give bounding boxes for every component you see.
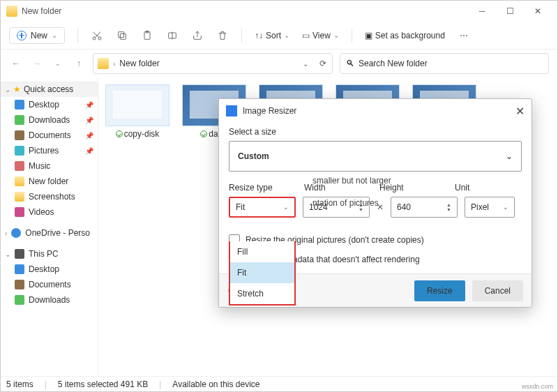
close-button[interactable]: ✕: [524, 1, 552, 22]
back-button[interactable]: ←: [9, 59, 23, 68]
sidebar-pc-desktop[interactable]: Desktop: [1, 262, 98, 277]
titlebar: New folder ─ ☐ ✕: [1, 1, 557, 22]
status-availability: Available on this device: [172, 379, 259, 389]
recent-button[interactable]: ⌄: [51, 60, 65, 67]
new-label: New: [31, 31, 47, 40]
pin-icon: 📌: [85, 132, 93, 140]
sidebar-item-screenshots[interactable]: Screenshots: [1, 189, 98, 204]
pin-icon: 📌: [85, 101, 93, 109]
status-check-icon: [200, 130, 207, 137]
resize-button[interactable]: Resize: [414, 280, 465, 301]
status-check-icon: [116, 130, 123, 137]
view-icon: ▭: [302, 31, 310, 40]
sidebar-item-pictures[interactable]: Pictures📌: [1, 143, 98, 158]
chevron-down-icon: ⌄: [5, 86, 10, 93]
sidebar-item-newfolder[interactable]: New folder: [1, 174, 98, 189]
setbg-label: Set as background: [375, 31, 445, 40]
documents-icon: [15, 130, 24, 140]
size-preset-combo[interactable]: Custom ⌄: [229, 141, 522, 172]
chevron-right-icon: ›: [113, 60, 115, 68]
close-icon[interactable]: ✕: [515, 105, 525, 118]
chevron-down-icon: ⌄: [5, 250, 10, 258]
pictures-icon: [15, 146, 24, 156]
cut-icon[interactable]: [91, 29, 103, 42]
paste-icon[interactable]: [141, 29, 153, 42]
app-icon: [226, 105, 237, 116]
spinner-icon[interactable]: ▲▼: [446, 202, 451, 212]
chevron-down-icon: ⌄: [503, 204, 508, 211]
search-placeholder: Search New folder: [359, 59, 428, 68]
svg-rect-3: [119, 31, 124, 37]
file-thumb[interactable]: copy-disk: [105, 84, 169, 139]
resize-type-combo[interactable]: Fit ⌄: [229, 197, 296, 218]
sidebar-item-music[interactable]: Music: [1, 158, 98, 174]
separator: [352, 29, 352, 43]
quick-access-header[interactable]: ⌄ ★ Quick access: [1, 82, 98, 97]
address-path: New folder: [119, 59, 159, 68]
chevron-down-icon: ⌄: [333, 31, 339, 39]
dialog-title: Image Resizer: [243, 106, 296, 116]
folder-icon: [6, 6, 17, 17]
set-background-button[interactable]: ▣ Set as background: [365, 31, 445, 40]
plus-icon: [17, 31, 27, 40]
address-bar[interactable]: › New folder ⌄ ⟳: [93, 53, 333, 74]
chevron-down-icon: ⌄: [283, 204, 289, 211]
status-bar: 5 items | 5 items selected 491 KB | Avai…: [1, 376, 557, 391]
sidebar-item-desktop[interactable]: Desktop📌: [1, 97, 98, 112]
documents-icon: [15, 280, 24, 289]
window-title: New folder: [22, 6, 468, 16]
image-resizer-dialog: Image Resizer ✕ Select a size Custom ⌄ R…: [218, 98, 532, 308]
unit-label: Unit: [455, 183, 504, 193]
more-button[interactable]: ⋯: [458, 29, 470, 42]
star-icon: ★: [13, 84, 21, 94]
folder-icon: [15, 192, 24, 202]
downloads-icon: [15, 295, 24, 305]
sidebar-item-documents[interactable]: Documents📌: [1, 128, 98, 143]
status-count: 5 items: [6, 379, 33, 389]
desktop-icon: [15, 264, 24, 274]
sidebar-item-downloads[interactable]: Downloads📌: [1, 112, 98, 128]
dropdown-option-fill[interactable]: Fill: [230, 241, 294, 262]
maximize-button[interactable]: ☐: [496, 1, 524, 22]
videos-icon: [15, 207, 24, 217]
pin-icon: 📌: [85, 116, 93, 124]
svg-rect-2: [120, 33, 126, 39]
resize-type-dropdown: Fill Fit Stretch: [229, 241, 296, 306]
up-button[interactable]: ↑: [72, 59, 86, 68]
resize-type-value: Fit: [236, 202, 245, 212]
dropdown-option-fit[interactable]: Fit: [230, 262, 294, 283]
sort-icon: ↑↓: [255, 31, 263, 40]
address-row: ← → ⌄ ↑ › New folder ⌄ ⟳ 🔍︎ Search New f…: [1, 50, 557, 77]
cancel-button[interactable]: Cancel: [472, 280, 523, 301]
refresh-icon[interactable]: ⟳: [319, 59, 326, 68]
dropdown-option-stretch[interactable]: Stretch: [230, 283, 294, 304]
sort-label: Sort: [266, 31, 281, 40]
share-icon[interactable]: [191, 29, 204, 42]
sidebar-onedrive[interactable]: ›OneDrive - Perso: [1, 225, 98, 241]
unit-combo[interactable]: Pixel ⌄: [465, 197, 515, 218]
height-input[interactable]: 640 ▲▼: [391, 197, 458, 218]
dropdown-icon[interactable]: ⌄: [303, 60, 308, 68]
new-button[interactable]: New ⌄: [9, 27, 65, 44]
resize-type-label: Resize type: [229, 183, 296, 193]
watermark: wsxdn.com: [522, 383, 553, 390]
delete-icon[interactable]: [216, 29, 229, 42]
forward-button[interactable]: →: [30, 59, 44, 68]
image-icon: ▣: [365, 31, 372, 40]
folder-icon: [15, 176, 24, 186]
search-icon: 🔍︎: [346, 59, 354, 68]
downloads-icon: [15, 115, 24, 125]
minimize-button[interactable]: ─: [468, 1, 496, 22]
unit-value: Pixel: [471, 202, 489, 212]
view-button[interactable]: ▭ View ⌄: [302, 31, 339, 40]
copy-icon[interactable]: [116, 29, 128, 42]
search-input[interactable]: 🔍︎ Search New folder: [340, 53, 549, 74]
sidebar-pc-documents[interactable]: Documents: [1, 277, 98, 292]
sidebar-pc-downloads[interactable]: Downloads: [1, 292, 98, 308]
sidebar-item-videos[interactable]: Videos: [1, 204, 98, 220]
desktop-icon: [15, 100, 24, 110]
pin-icon: 📌: [85, 147, 93, 155]
rename-icon[interactable]: [166, 29, 179, 42]
sidebar-thispc[interactable]: ⌄This PC: [1, 246, 98, 262]
sort-button[interactable]: ↑↓ Sort ⌄: [255, 31, 289, 40]
